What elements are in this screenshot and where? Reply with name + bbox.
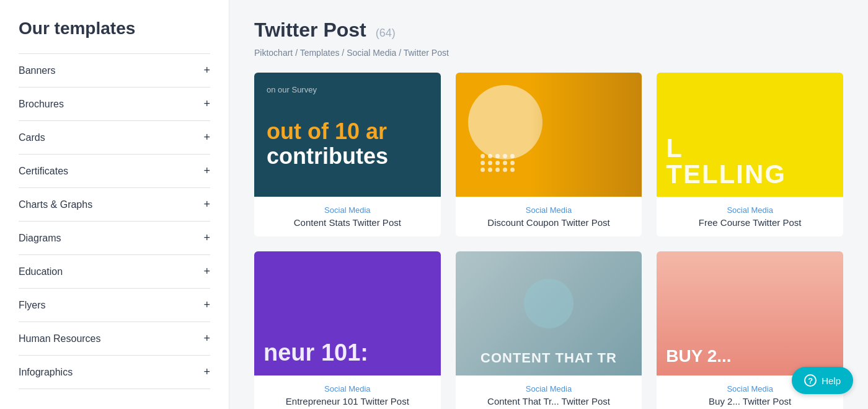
template-count: (64)	[376, 27, 396, 39]
template-card-info-3: Social Media Free Course Twitter Post	[657, 197, 843, 236]
template-grid: out of 10 ar contributes Social Media Co…	[254, 73, 843, 409]
help-label: Help	[822, 375, 841, 386]
sidebar-title: Our templates	[19, 19, 210, 38]
sidebar: Our templates Banners + Brochures + Card…	[0, 0, 229, 409]
breadcrumb-social-media[interactable]: Social Media	[347, 48, 396, 58]
sidebar-item-cards[interactable]: Cards +	[19, 120, 210, 154]
sidebar-item-banners[interactable]: Banners +	[19, 53, 210, 87]
page-header: Twitter Post (64) Piktochart / Templates…	[254, 19, 843, 58]
template-card-image-5: CONTENT THAT TR	[456, 251, 642, 375]
plus-icon: +	[203, 164, 210, 178]
breadcrumb: Piktochart / Templates / Social Media / …	[254, 48, 843, 58]
sidebar-item-charts-graphs[interactable]: Charts & Graphs +	[19, 187, 210, 221]
card3-text: LTELLING	[666, 135, 786, 187]
card2-dots	[480, 154, 515, 172]
breadcrumb-piktochart[interactable]: Piktochart	[254, 48, 293, 58]
template-card-3[interactable]: LTELLING Social Media Free Course Twitte…	[657, 73, 843, 236]
template-card-info-5: Social Media Content That Tr... Twitter …	[456, 375, 642, 409]
plus-icon: +	[203, 299, 210, 312]
breadcrumb-templates[interactable]: Templates	[300, 48, 340, 58]
template-card-4[interactable]: neur 101: Social Media Entrepreneur 101 …	[254, 251, 441, 409]
template-card-2[interactable]: Social Media Discount Coupon Twitter Pos…	[456, 73, 642, 236]
card5-text: CONTENT THAT TR	[480, 350, 617, 366]
sidebar-item-brochures[interactable]: Brochures +	[19, 87, 210, 120]
plus-icon: +	[203, 131, 210, 144]
sidebar-item-certificates[interactable]: Certificates +	[19, 154, 210, 187]
breadcrumb-twitter-post[interactable]: Twitter Post	[404, 48, 449, 58]
page-title: Twitter Post (64)	[254, 19, 843, 42]
card5-circle	[524, 279, 574, 328]
template-card-image-3: LTELLING	[657, 73, 843, 197]
card6-text: BUY 2...	[666, 346, 731, 366]
sidebar-item-human-resources[interactable]: Human Resources +	[19, 321, 210, 355]
template-card-image-4: neur 101:	[254, 251, 441, 375]
template-card-image-1: out of 10 ar contributes	[254, 73, 441, 197]
template-card-info-1: Social Media Content Stats Twitter Post	[254, 197, 441, 236]
template-card-image-6: BUY 2...	[657, 251, 843, 375]
template-card-info-4: Social Media Entrepreneur 101 Twitter Po…	[254, 375, 441, 409]
template-card-1[interactable]: out of 10 ar contributes Social Media Co…	[254, 73, 441, 236]
main-content: Twitter Post (64) Piktochart / Templates…	[229, 0, 868, 409]
plus-icon: +	[203, 64, 210, 77]
sidebar-item-diagrams[interactable]: Diagrams +	[19, 221, 210, 254]
plus-icon: +	[203, 97, 210, 110]
card2-person	[530, 73, 642, 197]
sidebar-item-infographics[interactable]: Infographics +	[19, 355, 210, 389]
sidebar-item-education[interactable]: Education +	[19, 254, 210, 288]
card4-text: neur 101:	[264, 340, 368, 366]
plus-icon: +	[203, 366, 210, 379]
plus-icon: +	[203, 265, 210, 278]
plus-icon: +	[203, 332, 210, 345]
plus-icon: +	[203, 231, 210, 245]
help-button[interactable]: ? Help	[792, 367, 853, 394]
template-card-info-2: Social Media Discount Coupon Twitter Pos…	[456, 197, 642, 236]
sidebar-item-flyers[interactable]: Flyers +	[19, 288, 210, 321]
help-icon: ?	[804, 374, 817, 387]
plus-icon: +	[203, 198, 210, 211]
template-card-image-2	[456, 73, 642, 197]
template-card-5[interactable]: CONTENT THAT TR Social Media Content Tha…	[456, 251, 642, 409]
